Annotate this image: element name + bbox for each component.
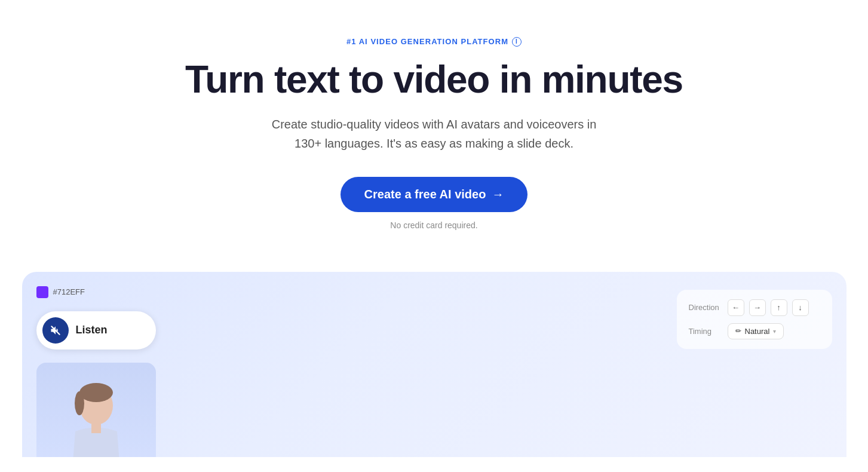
timing-pen-icon: ✏ bbox=[735, 327, 741, 335]
ui-demo-panel: #712EFF Listen bbox=[22, 272, 846, 457]
panel-top: #712EFF Listen bbox=[22, 272, 846, 457]
color-chip: #712EFF bbox=[36, 286, 156, 298]
badge-text: #1 AI VIDEO GENERATION PLATFORM bbox=[346, 37, 508, 46]
mute-icon bbox=[42, 317, 69, 344]
hero-subtitle: Create studio-quality videos with AI ava… bbox=[261, 115, 608, 153]
hero-section: #1 AI VIDEO GENERATION PLATFORM i Turn t… bbox=[0, 0, 868, 254]
arrow-right[interactable]: → bbox=[749, 299, 766, 316]
color-chip-label: #712EFF bbox=[53, 287, 85, 296]
panel-left: #712EFF Listen bbox=[36, 284, 156, 457]
avatar-figure bbox=[57, 381, 135, 457]
no-credit-text: No credit card required. bbox=[12, 220, 856, 230]
svg-point-2 bbox=[79, 383, 113, 402]
cta-arrow: → bbox=[492, 188, 504, 201]
direction-label: Direction bbox=[689, 303, 722, 312]
arrow-left[interactable]: ← bbox=[728, 299, 744, 316]
timing-option: Natural bbox=[745, 327, 770, 336]
platform-badge: #1 AI VIDEO GENERATION PLATFORM i bbox=[346, 37, 522, 47]
color-swatch bbox=[36, 286, 48, 298]
direction-controls: Direction ← → ↑ ↓ Timing ✏ Natural ▾ bbox=[677, 290, 832, 349]
cta-button[interactable]: Create a free AI video → bbox=[341, 177, 528, 212]
svg-rect-4 bbox=[91, 422, 101, 433]
avatar-preview bbox=[36, 363, 156, 457]
timing-select[interactable]: ✏ Natural ▾ bbox=[728, 323, 784, 339]
timing-chevron: ▾ bbox=[773, 328, 776, 335]
direction-row: Direction ← → ↑ ↓ bbox=[689, 299, 820, 316]
timing-label: Timing bbox=[689, 327, 722, 336]
direction-arrows: ← → ↑ ↓ bbox=[728, 299, 809, 316]
cta-label: Create a free AI video bbox=[364, 188, 486, 201]
listen-label: Listen bbox=[76, 324, 108, 336]
info-icon[interactable]: i bbox=[512, 37, 522, 47]
listen-button[interactable]: Listen bbox=[36, 311, 156, 350]
timing-row: Timing ✏ Natural ▾ bbox=[689, 323, 820, 339]
svg-point-3 bbox=[75, 391, 84, 415]
arrow-down[interactable]: ↓ bbox=[792, 299, 809, 316]
arrow-up[interactable]: ↑ bbox=[771, 299, 787, 316]
hero-title: Turn text to video in minutes bbox=[12, 59, 856, 100]
